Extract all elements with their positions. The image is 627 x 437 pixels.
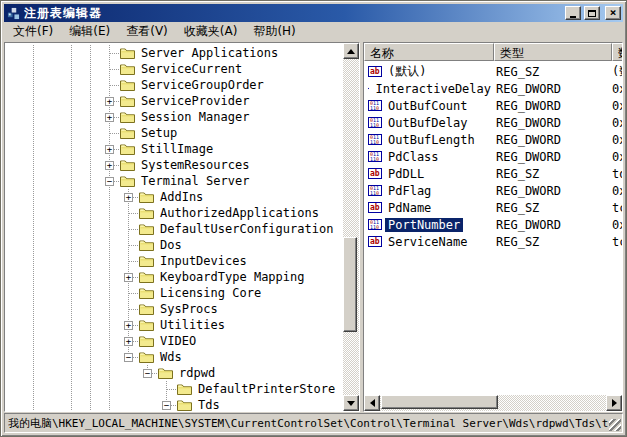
scroll-down-button[interactable]	[343, 395, 359, 411]
value-name[interactable]: PdName	[385, 201, 434, 215]
tree-item[interactable]: − Terminal Server	[5, 173, 343, 189]
tree-item-label[interactable]: Tds	[196, 398, 222, 411]
registry-value-row[interactable]: 011 110 PdFlagREG_DWORD0x	[364, 182, 622, 199]
value-name-cell[interactable]: ab PdName	[364, 201, 494, 215]
value-name[interactable]: OutBufLength	[385, 133, 478, 147]
tree-item-label[interactable]: DefaultPrinterStore	[196, 382, 337, 396]
tree-item[interactable]: Licensing Core	[5, 285, 343, 301]
tree-item[interactable]: ServiceGroupOrder	[5, 77, 343, 93]
registry-value-row[interactable]: 011 110 PortNumberREG_DWORD0x	[364, 216, 622, 233]
vertical-scrollbar-track[interactable]	[343, 59, 359, 395]
tree-item-label[interactable]: SystemResources	[139, 158, 251, 172]
value-name[interactable]: ServiceName	[385, 235, 470, 249]
registry-value-row[interactable]: 011 110 OutBufLengthREG_DWORD0x	[364, 131, 622, 148]
value-name[interactable]: (默认)	[385, 63, 429, 80]
registry-value-row[interactable]: ab ServiceNameREG_SZtc	[364, 233, 622, 250]
resize-grip[interactable]	[609, 419, 621, 431]
tree-item-label[interactable]: SysProcs	[158, 302, 220, 316]
value-name-cell[interactable]: 011 110 OutBufLength	[364, 133, 494, 147]
tree-item-label[interactable]: ServiceProvider	[139, 94, 251, 108]
tree-item[interactable]: SysProcs	[5, 301, 343, 317]
scroll-right-button[interactable]	[606, 395, 622, 411]
tree-item-label[interactable]: Utilities	[158, 318, 227, 332]
tree-item-label[interactable]: StillImage	[139, 142, 215, 156]
tree-item-label[interactable]: Wds	[158, 350, 184, 364]
scroll-up-button[interactable]	[343, 43, 359, 59]
menu-item[interactable]: 收藏夹(A)	[176, 21, 246, 43]
maximize-button[interactable]	[584, 6, 600, 20]
tree-item[interactable]: Dos	[5, 237, 343, 253]
tree-item-label[interactable]: VIDEO	[158, 334, 198, 348]
close-button[interactable]: ×	[605, 6, 621, 20]
tree-item[interactable]: + Utilities	[5, 317, 343, 333]
value-name-cell[interactable]: 011 110 OutBufDelay	[364, 116, 494, 130]
title-bar[interactable]: 注册表编辑器 ×	[4, 4, 623, 22]
tree-item[interactable]: + AddIns	[5, 189, 343, 205]
tree-item[interactable]: + SystemResources	[5, 157, 343, 173]
tree-item[interactable]: AuthorizedApplications	[5, 205, 343, 221]
tree-item[interactable]: ServiceCurrent	[5, 61, 343, 77]
tree-item-label[interactable]: Licensing Core	[158, 286, 263, 300]
tree-item[interactable]: + VIDEO	[5, 333, 343, 349]
tree-item-label[interactable]: Terminal Server	[139, 174, 251, 188]
minimize-button[interactable]	[565, 6, 581, 20]
registry-value-row[interactable]: 011 110 InteractiveDelayREG_DWORD0x	[364, 80, 622, 97]
value-name-cell[interactable]: 011 110 OutBufCount	[364, 99, 494, 113]
tree-item-label[interactable]: ServiceGroupOrder	[139, 78, 266, 92]
expand-plus-icon[interactable]: +	[105, 145, 114, 154]
tree-item-label[interactable]: Server Applications	[139, 46, 280, 60]
registry-value-row[interactable]: ab PdDLLREG_SZtd	[364, 165, 622, 182]
registry-value-row[interactable]: ab (默认)REG_SZ(数值未设置)	[364, 63, 622, 80]
value-name[interactable]: OutBufDelay	[385, 116, 470, 130]
collapse-minus-icon[interactable]: −	[143, 369, 152, 378]
collapse-minus-icon[interactable]: −	[162, 401, 171, 410]
tree-item[interactable]: DefaultPrinterStore	[5, 381, 343, 397]
value-name[interactable]: OutBufCount	[385, 99, 470, 113]
value-name-cell[interactable]: ab ServiceName	[364, 235, 494, 249]
tree-item[interactable]: + KeyboardType Mapping	[5, 269, 343, 285]
tree-item-label[interactable]: DefaultUserConfiguration	[158, 222, 335, 236]
menu-item[interactable]: 编辑(E)	[61, 21, 118, 43]
registry-value-row[interactable]: 011 110 OutBufDelayREG_DWORD0x	[364, 114, 622, 131]
tree-item-label[interactable]: InputDevices	[158, 254, 249, 268]
collapse-minus-icon[interactable]: −	[105, 177, 114, 186]
menu-item[interactable]: 帮助(H)	[245, 21, 303, 43]
value-name[interactable]: PdDLL	[385, 167, 427, 181]
value-name-cell[interactable]: 011 110 PdFlag	[364, 184, 494, 198]
expand-plus-icon[interactable]: +	[124, 337, 133, 346]
expand-plus-icon[interactable]: +	[124, 193, 133, 202]
tree-item-label[interactable]: Setup	[139, 126, 179, 140]
registry-value-row[interactable]: 011 110 PdClassREG_DWORD0x	[364, 148, 622, 165]
tree-item[interactable]: Server Applications	[5, 45, 343, 61]
value-name-cell[interactable]: ab (默认)	[364, 63, 494, 80]
tree-item[interactable]: + Session Manager	[5, 109, 343, 125]
tree-item-label[interactable]: Session Manager	[139, 110, 251, 124]
collapse-minus-icon[interactable]: −	[124, 353, 133, 362]
expand-plus-icon[interactable]: +	[105, 97, 114, 106]
tree-item-label[interactable]: rdpwd	[177, 366, 217, 380]
tree-item[interactable]: + ServiceProvider	[5, 93, 343, 109]
tree-item-label[interactable]: ServiceCurrent	[139, 62, 244, 76]
tree-item-label[interactable]: Dos	[158, 238, 184, 252]
menu-item[interactable]: 查看(V)	[118, 21, 176, 43]
horizontal-scrollbar[interactable]	[364, 395, 622, 411]
tree-item[interactable]: DefaultUserConfiguration	[5, 221, 343, 237]
expand-plus-icon[interactable]: +	[105, 113, 114, 122]
value-name-selected[interactable]: PortNumber	[385, 218, 463, 232]
tree-item[interactable]: − Tds	[5, 397, 343, 411]
tree-item[interactable]: − rdpwd	[5, 365, 343, 381]
vertical-scrollbar-thumb[interactable]	[343, 237, 357, 332]
horizontal-scrollbar-thumb[interactable]	[381, 395, 498, 409]
tree-item-label[interactable]: AuthorizedApplications	[158, 206, 321, 220]
column-header-data[interactable]: 数据	[612, 43, 622, 61]
tree-item-label[interactable]: KeyboardType Mapping	[158, 270, 307, 284]
value-name-cell[interactable]: 011 110 PortNumber	[364, 218, 494, 232]
value-name-cell[interactable]: 011 110 PdClass	[364, 150, 494, 164]
value-name[interactable]: PdClass	[385, 150, 442, 164]
value-name-cell[interactable]: ab PdDLL	[364, 167, 494, 181]
value-name[interactable]: PdFlag	[385, 184, 434, 198]
horizontal-scrollbar-track[interactable]	[380, 395, 606, 411]
vertical-scrollbar[interactable]	[343, 43, 359, 411]
tree-item-label[interactable]: AddIns	[158, 190, 205, 204]
tree-item[interactable]: − Wds	[5, 349, 343, 365]
